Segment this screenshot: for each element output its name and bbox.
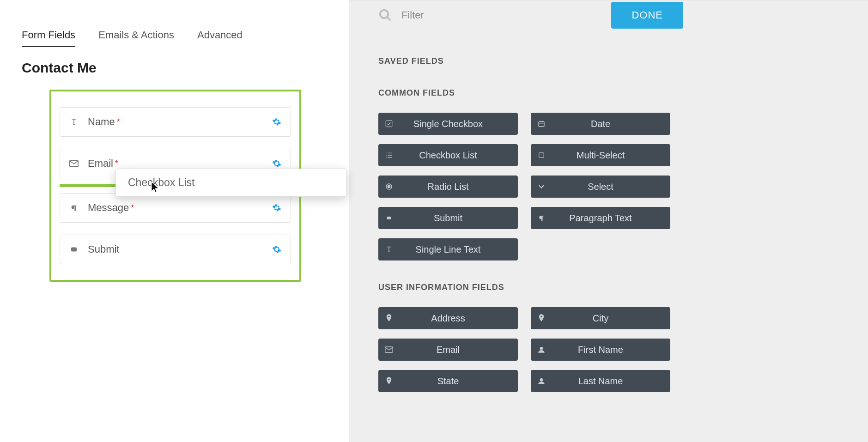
field-label: Name bbox=[88, 116, 115, 128]
text-icon bbox=[378, 246, 400, 253]
gear-icon[interactable] bbox=[272, 245, 281, 254]
paragraph-icon bbox=[531, 214, 552, 222]
card-label: Submit bbox=[400, 213, 518, 224]
user-icon bbox=[531, 346, 552, 353]
card-label: Single Checkbox bbox=[400, 119, 518, 129]
card-label: Single Line Text bbox=[400, 244, 518, 255]
required-asterisk: * bbox=[131, 203, 134, 213]
field-first-name[interactable]: First Name bbox=[531, 339, 670, 361]
search-icon bbox=[378, 8, 392, 22]
drag-ghost: Checkbox List bbox=[115, 169, 346, 197]
card-label: Checkbox List bbox=[400, 150, 518, 161]
common-fields-grid: Single Checkbox Date Checkbox List Multi… bbox=[378, 113, 683, 260]
tab-form-fields[interactable]: Form Fields bbox=[22, 29, 75, 47]
field-city[interactable]: City bbox=[531, 307, 670, 329]
card-label: First Name bbox=[552, 345, 670, 355]
pin-icon bbox=[531, 314, 552, 322]
drag-ghost-label: Checkbox List bbox=[128, 176, 194, 188]
gear-icon[interactable] bbox=[272, 159, 281, 168]
radio-icon bbox=[378, 183, 400, 190]
button-icon bbox=[378, 215, 400, 221]
gear-icon[interactable] bbox=[272, 203, 281, 212]
filter-input[interactable] bbox=[401, 9, 540, 21]
svg-rect-5 bbox=[539, 153, 544, 158]
calendar-icon bbox=[531, 120, 552, 127]
done-button[interactable]: DONE bbox=[611, 2, 683, 29]
list-icon bbox=[378, 152, 400, 158]
text-icon bbox=[69, 117, 79, 127]
field-multi-select[interactable]: Multi-Select bbox=[531, 144, 670, 166]
mail-icon bbox=[69, 159, 79, 168]
card-label: Last Name bbox=[552, 376, 670, 387]
form-field-submit[interactable]: Submit bbox=[60, 235, 291, 264]
paragraph-icon bbox=[69, 203, 79, 212]
card-label: Email bbox=[400, 345, 518, 355]
required-asterisk: * bbox=[115, 159, 118, 169]
card-label: Radio List bbox=[400, 182, 518, 192]
field-checkbox-list[interactable]: Checkbox List bbox=[378, 144, 518, 166]
card-label: Select bbox=[552, 182, 670, 192]
builder-tabs: Form Fields Emails & Actions Advanced bbox=[22, 29, 327, 47]
form-field-message[interactable]: Message * bbox=[60, 193, 291, 223]
card-label: State bbox=[400, 376, 518, 387]
form-builder-pane: Form Fields Emails & Actions Advanced Co… bbox=[0, 0, 349, 442]
tab-advanced[interactable]: Advanced bbox=[197, 29, 243, 47]
square-icon bbox=[531, 152, 552, 158]
svg-rect-8 bbox=[387, 217, 391, 219]
form-title: Contact Me bbox=[22, 60, 327, 76]
card-label: City bbox=[552, 313, 670, 324]
svg-point-2 bbox=[380, 10, 388, 18]
drop-indicator bbox=[60, 184, 116, 187]
pin-icon bbox=[378, 314, 400, 322]
pin-icon bbox=[378, 377, 400, 385]
svg-point-10 bbox=[540, 347, 543, 350]
checkbox-icon bbox=[378, 120, 400, 127]
card-label: Address bbox=[400, 313, 518, 324]
form-field-name[interactable]: Name * bbox=[60, 107, 291, 137]
field-email[interactable]: Email bbox=[378, 339, 518, 361]
field-single-checkbox[interactable]: Single Checkbox bbox=[378, 113, 518, 135]
filter-search[interactable] bbox=[378, 8, 602, 22]
field-date[interactable]: Date bbox=[531, 113, 670, 135]
field-radio-list[interactable]: Radio List bbox=[378, 176, 518, 198]
field-state[interactable]: State bbox=[378, 370, 518, 392]
gear-icon[interactable] bbox=[272, 117, 281, 127]
card-label: Multi-Select bbox=[552, 150, 670, 161]
button-icon bbox=[69, 245, 79, 254]
svg-point-7 bbox=[388, 185, 390, 188]
section-common-fields: COMMON FIELDS bbox=[378, 88, 683, 98]
tab-emails-actions[interactable]: Emails & Actions bbox=[98, 29, 174, 47]
field-palette-pane: DONE SAVED FIELDS COMMON FIELDS Single C… bbox=[349, 0, 697, 442]
user-fields-grid: Address City Email First Name bbox=[378, 307, 683, 392]
card-label: Date bbox=[552, 119, 670, 129]
chevron-down-icon bbox=[531, 184, 552, 189]
card-label: Paragraph Text bbox=[552, 213, 670, 224]
field-single-line-text[interactable]: Single Line Text bbox=[378, 238, 518, 260]
required-asterisk: * bbox=[117, 117, 120, 127]
field-label: Email bbox=[88, 157, 113, 170]
field-label: Message bbox=[88, 202, 129, 214]
field-submit[interactable]: Submit bbox=[378, 207, 518, 229]
field-last-name[interactable]: Last Name bbox=[531, 370, 670, 392]
svg-rect-1 bbox=[71, 248, 77, 252]
svg-point-11 bbox=[540, 378, 543, 381]
right-gutter bbox=[697, 0, 868, 442]
section-user-fields: USER INFORMATION FIELDS bbox=[378, 283, 683, 292]
field-address[interactable]: Address bbox=[378, 307, 518, 329]
section-saved-fields: SAVED FIELDS bbox=[378, 56, 683, 66]
user-icon bbox=[531, 377, 552, 385]
svg-rect-4 bbox=[539, 121, 544, 127]
field-paragraph-text[interactable]: Paragraph Text bbox=[531, 207, 670, 229]
field-select[interactable]: Select bbox=[531, 176, 670, 198]
field-label: Submit bbox=[88, 243, 119, 255]
mail-icon bbox=[378, 346, 400, 353]
